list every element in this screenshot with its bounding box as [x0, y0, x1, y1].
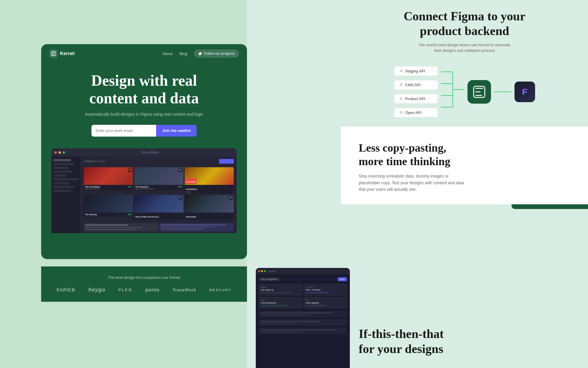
movie-poster: ♥ [134, 167, 183, 185]
movie-poster: ♥ [185, 195, 234, 213]
screenshot-body: ♥ The Incredibles 97% Adventure/Comedy [51, 157, 237, 233]
logo-mercury: MERCURY [209, 288, 232, 292]
movie-genre: Drama [186, 191, 233, 193]
ss-sidebar-item [53, 174, 66, 177]
condition-value: Plan = Premium [306, 289, 345, 291]
cta-form: Join the waitlist [65, 125, 223, 137]
less-copy-text: Stop inventing unrealistic data, dummy i… [359, 173, 465, 193]
bar [306, 305, 327, 306]
logo-heygo: heygo [88, 287, 106, 293]
figma-title: Connect Figma to your product backend [359, 9, 570, 39]
close-dot [54, 151, 57, 154]
movie-title: Harry Potter and the De... [135, 216, 160, 218]
connector-svg [441, 65, 465, 118]
movie-info: The Shining 85% [84, 213, 133, 216]
open-api-pill: ⚙ Open API [394, 108, 438, 117]
movie-title: Interstellar [186, 216, 196, 218]
maximize-dot [63, 151, 65, 154]
movie-card-casablanca: FEATURED Casablanca Drama [185, 167, 234, 194]
kernel-to-figma-connector [494, 83, 512, 101]
bar [260, 323, 299, 324]
movie-genre: Mystery & thriller/Drama [135, 188, 182, 190]
detail-text-bar [161, 228, 204, 230]
ss-control [97, 160, 106, 162]
favorite-icon: ♥ [178, 168, 183, 172]
auto-content: New configuration Save Trigger User sign… [256, 274, 350, 337]
less-copy-section: Less copy-pasting, more time thinking St… [341, 127, 588, 204]
hero-title: Design with real content and data [65, 72, 223, 107]
figma-icon: F [514, 82, 535, 102]
bar [260, 331, 303, 333]
hero-section: Design with real content and data Automa… [41, 63, 247, 142]
movie-info: Casablanca Drama [185, 185, 234, 194]
movie-title: Casablanca [186, 188, 197, 190]
movie-poster: ♥ [84, 167, 133, 185]
bar [260, 314, 311, 316]
movie-grid: ♥ The Incredibles 97% Adventure/Comedy [83, 166, 235, 221]
staging-api-pill: ⚙ Staging API [394, 66, 438, 76]
condition-label: Action [261, 299, 300, 301]
ss-main: ♥ The Incredibles 97% Adventure/Comedy [81, 157, 237, 233]
divider [282, 279, 336, 279]
movie-card-departed: ♥ The Departed 90% Mystery & thriller/Dr… [134, 167, 183, 194]
hero-subtitle: Automatically build designs in Figma usi… [65, 112, 223, 117]
blog-link[interactable]: Blog [180, 52, 187, 56]
gear-icon: ⚙ [400, 69, 403, 73]
movie-poster [84, 195, 133, 213]
movie-card-interstellar: ♥ Interstellar [185, 195, 234, 220]
join-waitlist-button[interactable]: Join the waitlist [156, 125, 197, 137]
ss-sidebar-item [53, 167, 69, 169]
logo-papier: PAPIER [56, 287, 75, 293]
logo-icon [49, 49, 58, 58]
condition-label: Else [306, 299, 345, 301]
favorite-icon: ♥ [128, 168, 132, 172]
detail-text-bar [85, 229, 136, 230]
ss-btn [219, 159, 234, 164]
twitter-follow-button[interactable]: Follow our progress [194, 50, 239, 57]
main-card: Kernel About Blog Follow our progress De… [41, 44, 247, 259]
gear-icon: ⚙ [400, 110, 403, 115]
config-label: New configuration [259, 277, 280, 281]
email-input[interactable] [91, 125, 156, 137]
detail-panel [83, 222, 235, 233]
ifttt-title: If-this-then-that for your designs [359, 326, 570, 356]
ifttt-section: If-this-then-that for your designs [341, 315, 588, 368]
condition-value: Show upgrade [306, 302, 345, 304]
movie-score: 97% [128, 186, 132, 188]
config-row: New configuration Save [259, 277, 347, 281]
featured-badge: FEATURED [186, 178, 197, 184]
movie-info: Interstellar [185, 213, 234, 220]
minimize-dot [261, 270, 263, 272]
logo-pleo: PLEO [118, 288, 132, 292]
window-title: Kernel Demo [67, 151, 234, 154]
minimize-dot [59, 151, 61, 154]
about-link[interactable]: About [163, 52, 173, 56]
movie-info: Harry Potter and the De... [134, 213, 183, 220]
bar [261, 292, 292, 293]
gear-icon: ⚙ [400, 97, 403, 101]
ss-breadcrumb [84, 160, 96, 162]
twitter-btn-label: Follow our progress [204, 52, 235, 56]
movie-title: The Incredibles [85, 186, 100, 188]
ss-toolbar [83, 158, 235, 164]
ss-sidebar-item [53, 163, 74, 165]
detail-row [259, 319, 347, 326]
titlebar: Kernel Demo [51, 148, 237, 157]
movie-info: The Incredibles 97% Adventure/Comedy [84, 185, 133, 190]
maximize-dot [264, 270, 266, 272]
movie-title: The Departed [135, 186, 148, 188]
ss-sidebar-item [53, 186, 74, 188]
logo-travelperk: TravelPerk [173, 288, 196, 292]
condition-label: Trigger [261, 286, 300, 288]
movie-genre: Adventure/Comedy [85, 188, 132, 190]
movie-card-shining: The Shining 85% [84, 195, 133, 220]
logo: Kernel [49, 49, 75, 58]
ss-sidebar-item [53, 159, 71, 161]
movie-title: The Shining [85, 213, 97, 216]
detail-text-bar [85, 227, 143, 228]
condition-value: User signs up [261, 289, 300, 291]
condition-label: Condition [306, 286, 345, 288]
figma-subtitle: The world's best design teams use Kernel… [417, 42, 512, 54]
detail-right [159, 223, 234, 231]
condition-box: Action Show dashboard [259, 297, 302, 308]
